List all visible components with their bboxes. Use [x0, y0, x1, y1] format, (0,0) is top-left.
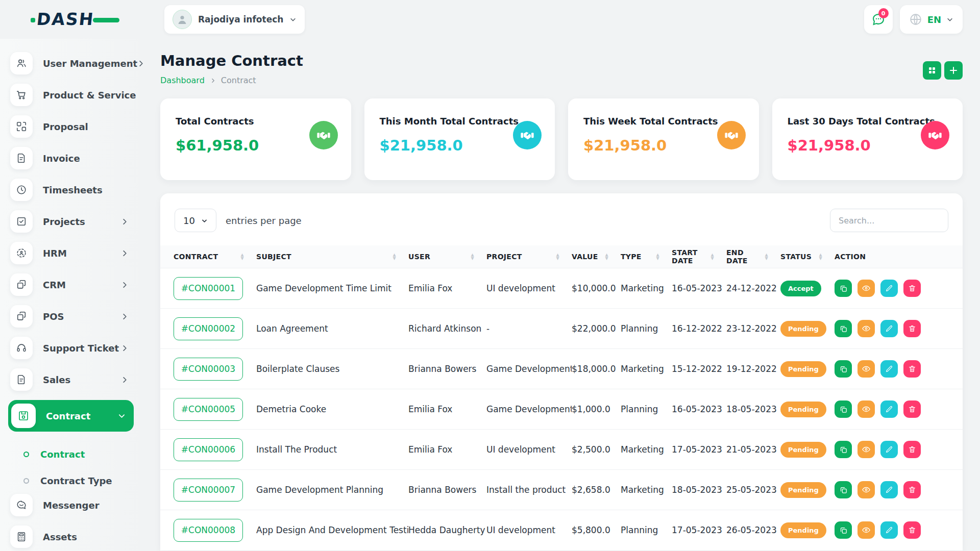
sidebar-item-product-service[interactable]: Product & Service: [0, 84, 144, 106]
contract-id-link[interactable]: #CON00002: [174, 317, 243, 340]
sort-arrows-icon[interactable]: ▲▼: [656, 253, 659, 260]
delete-button[interactable]: [903, 400, 921, 418]
sidebar-item-label: HRM: [43, 248, 121, 259]
status-badge: Pending: [780, 402, 826, 417]
delete-button[interactable]: [903, 441, 921, 458]
type-cell: Planning: [621, 323, 672, 334]
sidebar-item-assets[interactable]: Assets: [0, 525, 144, 548]
view-button[interactable]: [857, 320, 875, 337]
user-cell: Brianna Bowers: [408, 485, 486, 495]
sort-arrows-icon[interactable]: ▲▼: [711, 253, 714, 260]
sort-arrows-icon[interactable]: ▲▼: [556, 253, 559, 260]
column-header-end-date[interactable]: END DATE▲▼: [726, 248, 780, 265]
edit-button[interactable]: [880, 441, 898, 458]
sort-arrows-icon[interactable]: ▲▼: [471, 253, 474, 260]
edit-button[interactable]: [880, 481, 898, 498]
dash-logo[interactable]: DASH: [37, 9, 113, 30]
delete-button[interactable]: [903, 481, 921, 498]
sidebar-subitem-label: Contract: [40, 449, 85, 460]
sort-arrows-icon[interactable]: ▲▼: [765, 253, 768, 260]
edit-button[interactable]: [880, 320, 898, 337]
edit-button[interactable]: [880, 360, 898, 378]
start-date-cell: 18-05-2023: [672, 485, 726, 495]
grid-icon: [928, 66, 936, 74]
subject-cell: Boilerplate Clauses: [256, 364, 408, 374]
sidebar-item-user-management[interactable]: User Management: [0, 52, 144, 74]
view-button[interactable]: [857, 521, 875, 539]
column-header-subject[interactable]: SUBJECT▲▼: [256, 253, 408, 261]
sidebar-item-contract[interactable]: Contract: [8, 400, 134, 432]
subject-cell: App Design And Development Testing: [256, 525, 408, 535]
duplicate-button[interactable]: [835, 441, 852, 458]
edit-button[interactable]: [880, 521, 898, 539]
grid-view-button[interactable]: [923, 61, 941, 80]
add-contract-button[interactable]: [944, 61, 963, 80]
sort-arrows-icon[interactable]: ▲▼: [241, 253, 244, 260]
duplicate-button[interactable]: [835, 521, 852, 539]
duplicate-button[interactable]: [835, 320, 852, 337]
contract-id-link[interactable]: #CON00008: [174, 519, 243, 542]
clock-icon: [10, 179, 33, 201]
edit-button[interactable]: [880, 280, 898, 297]
view-button[interactable]: [857, 441, 875, 458]
entries-per-page-select[interactable]: 10: [175, 209, 216, 232]
end-date-cell: 24-12-2022: [726, 283, 780, 293]
delete-button[interactable]: [903, 360, 921, 378]
chevron-down-icon: [289, 16, 297, 23]
bullet-icon: [23, 452, 29, 457]
sidebar-item-proposal[interactable]: Proposal: [0, 115, 144, 138]
bullet-icon: [23, 478, 29, 484]
messages-button[interactable]: 0: [864, 5, 893, 34]
contract-id-cell: #CON00002: [174, 317, 256, 340]
sidebar-item-sales[interactable]: Sales: [0, 368, 144, 391]
sidebar-item-timesheets[interactable]: Timesheets: [0, 179, 144, 201]
contract-id-link[interactable]: #CON00006: [174, 438, 243, 461]
column-header-start-date[interactable]: START DATE▲▼: [672, 248, 726, 265]
edit-button[interactable]: [880, 400, 898, 418]
column-header-user[interactable]: USER▲▼: [408, 253, 486, 261]
table-row: #CON00002Loan AgreementRichard Atkinson-…: [160, 308, 963, 348]
column-header-value[interactable]: VALUE▲▼: [572, 253, 621, 261]
search-input[interactable]: [830, 209, 948, 232]
contract-id-link[interactable]: #CON00003: [174, 358, 243, 381]
delete-button[interactable]: [903, 521, 921, 539]
view-button[interactable]: [857, 280, 875, 297]
sort-arrows-icon[interactable]: ▲▼: [819, 253, 822, 260]
sidebar-subitem-contract[interactable]: Contract: [0, 441, 144, 467]
sidebar-item-messenger[interactable]: Messenger: [0, 494, 144, 516]
duplicate-button[interactable]: [835, 400, 852, 418]
user-cell: Richard Atkinson: [408, 323, 486, 334]
sidebar-item-hrm[interactable]: HRM: [0, 242, 144, 264]
view-button[interactable]: [857, 400, 875, 418]
value-cell: $2,658.0: [572, 485, 621, 495]
breadcrumb-dashboard-link[interactable]: Dashboard: [160, 76, 205, 85]
workspace-switcher[interactable]: Rajodiya infotech: [164, 5, 305, 34]
action-cell: [835, 441, 963, 458]
delete-button[interactable]: [903, 280, 921, 297]
chevron-right-icon: [137, 60, 145, 67]
column-header-status[interactable]: STATUS▲▼: [780, 253, 835, 261]
contract-id-link[interactable]: #CON00005: [174, 398, 243, 421]
person-icon: [176, 13, 188, 26]
column-header-contract[interactable]: CONTRACT▲▼: [174, 253, 256, 261]
sidebar-item-support-ticket[interactable]: Support Ticket: [0, 337, 144, 359]
sidebar-item-invoice[interactable]: Invoice: [0, 147, 144, 169]
view-button[interactable]: [857, 481, 875, 498]
duplicate-button[interactable]: [835, 360, 852, 378]
sort-arrows-icon[interactable]: ▲▼: [605, 253, 608, 260]
duplicate-button[interactable]: [835, 280, 852, 297]
sidebar-item-projects[interactable]: Projects: [0, 210, 144, 233]
contract-id-link[interactable]: #CON00007: [174, 479, 243, 502]
contract-id-link[interactable]: #CON00001: [174, 277, 243, 300]
view-button[interactable]: [857, 360, 875, 378]
language-selector[interactable]: EN: [900, 5, 963, 34]
duplicate-button[interactable]: [835, 481, 852, 498]
sidebar-item-crm[interactable]: CRM: [0, 273, 144, 296]
sort-arrows-icon[interactable]: ▲▼: [393, 253, 396, 260]
column-header-type[interactable]: TYPE▲▼: [621, 253, 672, 261]
type-cell: Planning: [621, 525, 672, 535]
sidebar-item-pos[interactable]: POS: [0, 305, 144, 328]
sidebar-subitem-contract-type[interactable]: Contract Type: [0, 467, 144, 494]
delete-button[interactable]: [903, 320, 921, 337]
column-header-project[interactable]: PROJECT▲▼: [486, 253, 572, 261]
